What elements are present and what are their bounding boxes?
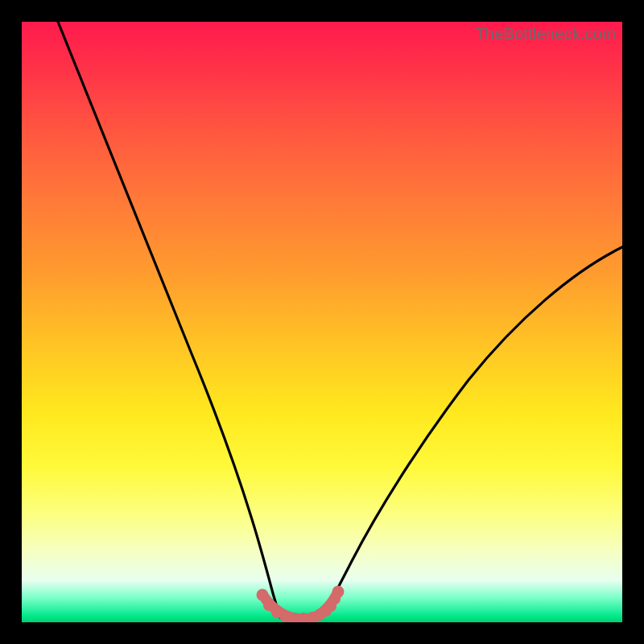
- chart-frame: TheBottleneck.com: [0, 0, 644, 644]
- watermark-text: TheBottleneck.com: [475, 25, 616, 43]
- curve-layer: [22, 22, 622, 622]
- curve-right: [322, 247, 622, 617]
- plot-area: TheBottleneck.com: [22, 22, 622, 622]
- bottom-dots-group: [257, 586, 345, 623]
- curve-left: [58, 22, 280, 617]
